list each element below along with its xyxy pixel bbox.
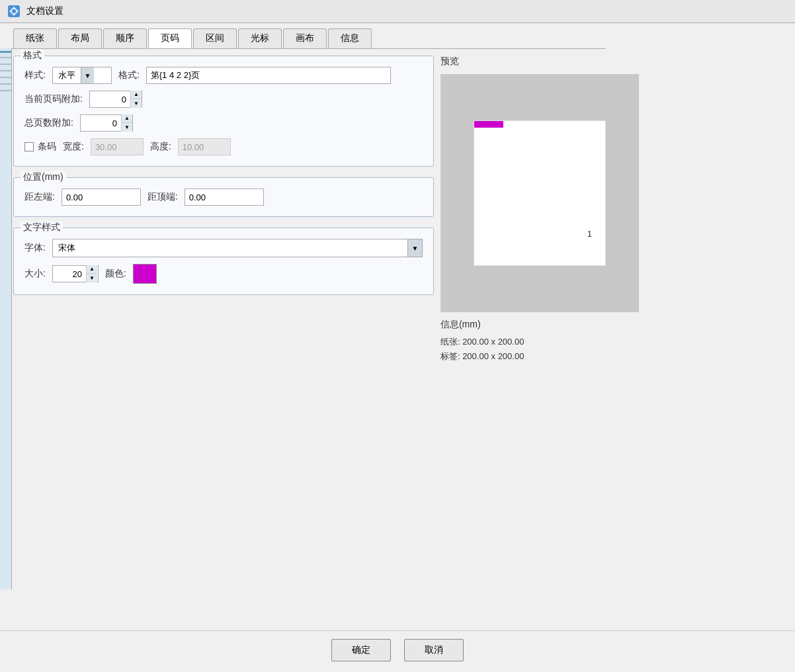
- font-label: 字体:: [24, 242, 46, 254]
- tab-region[interactable]: 区间: [193, 28, 237, 48]
- total-page-down[interactable]: ▼: [122, 123, 132, 132]
- app-icon: [7, 4, 21, 19]
- preview-paper: 1: [474, 120, 606, 266]
- title-bar: 文档设置: [0, 0, 795, 23]
- preview-label: 预览: [440, 56, 639, 67]
- font-row: 字体: 宋体 ▼: [24, 239, 423, 257]
- barcode-height-input: [178, 138, 231, 155]
- textstyle-section: 文字样式 字体: 宋体 ▼ 大小:: [13, 228, 434, 295]
- color-label: 颜色:: [105, 268, 126, 280]
- barcode-width-input: [91, 138, 144, 155]
- left-panel: 纸张 布局 顺序 页码 区间 光标 画布 信息 格式 样式:: [0, 23, 606, 630]
- info-title: 信息(mm): [440, 319, 639, 331]
- current-page-up[interactable]: ▲: [131, 91, 142, 99]
- cancel-button[interactable]: 取消: [404, 639, 464, 661]
- font-value: 宋体: [53, 242, 407, 254]
- preview-canvas: 1: [440, 74, 639, 312]
- tab-layout[interactable]: 布局: [58, 28, 102, 48]
- tab-order[interactable]: 顺序: [103, 28, 147, 48]
- info-paper-label: 纸张:: [440, 337, 460, 347]
- tab-info[interactable]: 信息: [328, 28, 372, 48]
- preview-panel: 预览 1 信息(mm) 纸张: 200.00 x 200.00: [440, 49, 639, 624]
- format-input[interactable]: [146, 67, 391, 84]
- style-value: 水平: [53, 69, 81, 81]
- current-page-value[interactable]: [90, 95, 130, 105]
- total-page-value[interactable]: [81, 118, 121, 128]
- current-page-row: 当前页码附加: ▲ ▼: [24, 91, 423, 108]
- left-ruler: [0, 48, 12, 589]
- style-row: 样式: 水平 ▼ 格式:: [24, 67, 423, 84]
- svg-point-2: [12, 9, 16, 13]
- preview-magenta-bar: [474, 121, 503, 128]
- size-spinner-btns: ▲ ▼: [86, 265, 97, 282]
- content-area: 格式 样式: 水平 ▼ 格式:: [0, 48, 606, 630]
- dialog-title: 文档设置: [26, 5, 63, 17]
- tab-cursor[interactable]: 光标: [238, 28, 282, 48]
- barcode-label: 条码: [38, 141, 56, 153]
- textstyle-legend: 文字样式: [21, 222, 63, 233]
- top-input[interactable]: [185, 189, 264, 206]
- barcode-checkbox-wrap: 条码: [24, 141, 56, 153]
- size-label: 大小:: [24, 268, 46, 280]
- info-label-row: 标签: 200.00 x 200.00: [440, 351, 639, 362]
- info-label-value: 200.00 x 200.00: [462, 351, 524, 361]
- color-swatch[interactable]: [133, 264, 157, 284]
- total-page-up[interactable]: ▲: [122, 114, 132, 123]
- total-page-spinner[interactable]: ▲ ▼: [80, 114, 133, 132]
- size-up[interactable]: ▲: [87, 265, 97, 274]
- position-row: 距左端: 距顶端:: [24, 189, 423, 206]
- preview-page-number: 1: [587, 229, 592, 239]
- top-label: 距顶端:: [147, 191, 178, 203]
- barcode-row: 条码 宽度: 高度:: [24, 138, 423, 155]
- total-page-row: 总页数附加: ▲ ▼: [24, 114, 423, 132]
- position-legend: 位置(mm): [21, 171, 66, 183]
- total-page-label: 总页数附加:: [24, 117, 73, 129]
- info-section: 信息(mm) 纸张: 200.00 x 200.00 标签: 200.00 x …: [440, 312, 639, 372]
- total-page-spinner-btns: ▲ ▼: [121, 114, 132, 132]
- font-dropdown[interactable]: 宋体 ▼: [52, 239, 423, 257]
- style-dropdown[interactable]: 水平 ▼: [52, 67, 112, 84]
- info-label-label: 标签:: [440, 351, 460, 361]
- position-section: 位置(mm) 距左端: 距顶端:: [13, 177, 434, 217]
- document-settings-dialog: 文档设置 纸张 布局 顺序 页码 区间 光标 画布: [0, 0, 795, 672]
- current-page-label: 当前页码附加:: [24, 93, 83, 105]
- tab-canvas[interactable]: 画布: [283, 28, 327, 48]
- style-dropdown-arrow[interactable]: ▼: [81, 67, 94, 83]
- tab-paper[interactable]: 纸张: [13, 28, 57, 48]
- format-label: 格式:: [118, 69, 140, 81]
- bottom-bar: 确定 取消: [0, 630, 795, 672]
- font-dropdown-arrow[interactable]: ▼: [407, 239, 422, 257]
- form-panel: 格式 样式: 水平 ▼ 格式:: [13, 49, 434, 624]
- info-paper-row: 纸张: 200.00 x 200.00: [440, 336, 639, 348]
- format-legend: 格式: [21, 50, 44, 62]
- current-page-down[interactable]: ▼: [131, 99, 142, 108]
- style-label: 样式:: [24, 69, 46, 81]
- current-page-spinner[interactable]: ▲ ▼: [89, 91, 142, 108]
- left-label: 距左端:: [24, 191, 55, 203]
- size-down[interactable]: ▼: [87, 274, 97, 282]
- height-label: 高度:: [150, 141, 171, 153]
- current-page-spinner-btns: ▲ ▼: [130, 91, 142, 108]
- info-paper-value: 200.00 x 200.00: [462, 337, 524, 347]
- main-content: 纸张 布局 顺序 页码 区间 光标 画布 信息 格式 样式:: [0, 23, 795, 630]
- confirm-button[interactable]: 确定: [331, 639, 391, 661]
- format-section: 格式 样式: 水平 ▼ 格式:: [13, 56, 434, 167]
- size-color-row: 大小: ▲ ▼ 颜色:: [24, 264, 423, 284]
- barcode-checkbox[interactable]: [24, 142, 34, 151]
- size-value[interactable]: [53, 269, 86, 279]
- width-label: 宽度:: [63, 141, 84, 153]
- tab-bar: 纸张 布局 顺序 页码 区间 光标 画布 信息: [0, 23, 606, 48]
- tab-pagecode[interactable]: 页码: [148, 28, 192, 48]
- left-input[interactable]: [62, 189, 141, 206]
- size-spinner[interactable]: ▲ ▼: [52, 265, 99, 282]
